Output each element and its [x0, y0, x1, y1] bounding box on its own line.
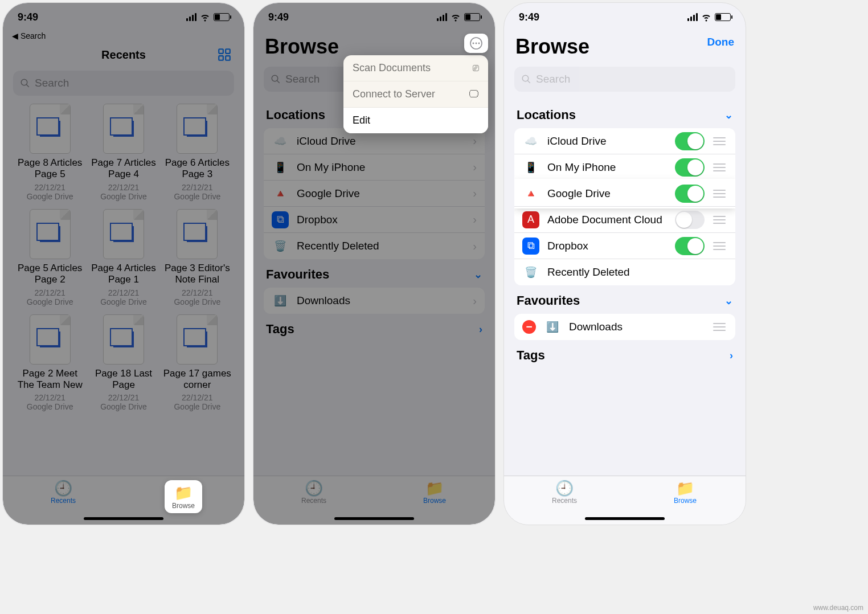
- location-dropbox[interactable]: ⧉Dropbox›: [264, 207, 485, 233]
- drag-handle-icon[interactable]: [711, 323, 727, 331]
- section-favourites[interactable]: Favourites⌄: [514, 285, 735, 314]
- file-item[interactable]: Page 4 Articles Page 122/12/21Google Dri…: [89, 209, 158, 306]
- file-item[interactable]: Page 8 Articles Page 522/12/21Google Dri…: [15, 104, 84, 201]
- drag-handle-icon[interactable]: [711, 163, 727, 171]
- drag-handle-icon[interactable]: [711, 190, 727, 198]
- menu-edit[interactable]: Edit: [343, 108, 488, 133]
- clock-icon: 🕘: [544, 481, 584, 496]
- svg-rect-3: [226, 56, 230, 60]
- file-item[interactable]: Page 18 Last Page22/12/21Google Drive: [89, 314, 158, 412]
- clock-icon: 🕘: [43, 481, 83, 496]
- folder-icon: 📁: [174, 484, 193, 502]
- svg-rect-1: [226, 49, 230, 54]
- toggle-adobe[interactable]: [675, 211, 705, 229]
- tab-browse[interactable]: 📁Browse: [415, 481, 455, 505]
- toggle-onmyiphone[interactable]: [675, 158, 705, 177]
- file-item[interactable]: Page 5 Articles Page 222/12/21Google Dri…: [15, 209, 84, 306]
- chevron-right-icon: ›: [479, 324, 482, 335]
- download-icon: ⬇️: [544, 318, 561, 335]
- wifi-icon: [451, 12, 461, 22]
- toggle-icloud[interactable]: [675, 132, 705, 150]
- svg-point-9: [473, 43, 474, 44]
- toggle-dropbox[interactable]: [675, 237, 705, 255]
- search-input[interactable]: Search: [13, 71, 234, 96]
- location-googledrive[interactable]: 🔺Google Drive›: [264, 181, 485, 207]
- file-item[interactable]: Page 3 Editor's Note Final22/12/21Google…: [163, 209, 232, 306]
- location-recentlydeleted[interactable]: 🗑️Recently Deleted›: [264, 233, 485, 259]
- screenshot-recents: 9:49 ◀︎ Search Recents Search Page 8 Art…: [2, 2, 245, 525]
- delete-button[interactable]: −: [522, 320, 536, 334]
- done-button[interactable]: Done: [707, 36, 735, 48]
- file-thumb-icon: [177, 314, 218, 365]
- file-thumb-icon: [30, 209, 71, 259]
- location-onmyiphone: 📱On My iPhone: [514, 154, 735, 181]
- chevron-right-icon: ›: [473, 134, 477, 148]
- icloud-icon: ☁️: [522, 133, 539, 150]
- section-favourites[interactable]: Favourites⌄: [264, 259, 485, 288]
- location-googledrive-highlight: 🔺Google Drive: [514, 181, 735, 207]
- tab-browse[interactable]: 📁Browse: [665, 481, 705, 505]
- svg-line-13: [527, 80, 530, 83]
- clock-icon: 🕘: [294, 481, 334, 496]
- location-dropbox: ⧉Dropbox: [514, 233, 735, 259]
- file-thumb-icon: [103, 209, 144, 259]
- svg-point-11: [478, 43, 480, 44]
- iphone-icon: 📱: [272, 159, 289, 176]
- chevron-right-icon: ›: [473, 187, 477, 200]
- tab-recents[interactable]: 🕘 Recents: [43, 481, 83, 505]
- cellular-icon: [186, 13, 196, 21]
- home-indicator[interactable]: [334, 517, 414, 520]
- svg-point-12: [522, 75, 529, 81]
- drag-handle-icon[interactable]: [711, 242, 727, 250]
- battery-icon: [214, 13, 230, 21]
- tab-recents[interactable]: 🕘Recents: [294, 481, 334, 505]
- battery-icon: [715, 13, 731, 21]
- battery-icon: [464, 13, 480, 21]
- tab-browse-highlight[interactable]: 📁 Browse: [165, 480, 202, 513]
- search-placeholder: Search: [536, 73, 570, 85]
- chevron-right-icon: ›: [473, 161, 477, 174]
- trash-icon: 🗑️: [272, 238, 289, 255]
- grid-view-icon[interactable]: [217, 47, 232, 65]
- search-input[interactable]: Search: [514, 67, 735, 92]
- svg-point-10: [476, 43, 477, 44]
- chevron-down-icon: ⌄: [724, 109, 733, 121]
- chevron-right-icon: ›: [473, 294, 477, 308]
- svg-rect-0: [219, 49, 223, 54]
- home-indicator[interactable]: [585, 517, 665, 520]
- search-icon: [20, 78, 30, 88]
- file-thumb-icon: [30, 104, 71, 154]
- folder-icon: 📁: [665, 481, 705, 496]
- file-thumb-icon: [177, 104, 218, 154]
- file-item[interactable]: Page 17 games corner22/12/21Google Drive: [163, 314, 232, 412]
- menu-connect-server[interactable]: Connect to Server🖵: [343, 81, 488, 108]
- status-time: 9:49: [18, 11, 38, 23]
- location-onmyiphone[interactable]: 📱On My iPhone›: [264, 154, 485, 181]
- location-adobe: AAdobe Document Cloud: [514, 207, 735, 233]
- context-menu: Scan Documents⎚ Connect to Server🖵 Edit: [343, 55, 488, 133]
- watermark: www.deuaq.com: [813, 604, 863, 612]
- home-indicator[interactable]: [84, 517, 163, 520]
- status-time: 9:49: [519, 11, 539, 23]
- file-item[interactable]: Page 7 Articles Page 422/12/21Google Dri…: [89, 104, 158, 201]
- file-thumb-icon: [103, 314, 144, 365]
- wifi-icon: [701, 12, 711, 22]
- file-item[interactable]: Page 6 Articles Page 322/12/21Google Dri…: [163, 104, 232, 201]
- dropbox-icon: ⧉: [272, 211, 289, 228]
- toggle-googledrive[interactable]: [675, 185, 705, 203]
- tab-recents[interactable]: 🕘Recents: [544, 481, 584, 505]
- favourite-downloads[interactable]: ⬇️Downloads›: [264, 288, 485, 314]
- section-tags[interactable]: Tags›: [264, 314, 485, 342]
- section-tags[interactable]: Tags›: [514, 340, 735, 369]
- svg-point-4: [21, 79, 27, 85]
- file-thumb-icon: [30, 314, 71, 365]
- back-search-link[interactable]: ◀︎ Search: [3, 31, 244, 44]
- icloud-icon: ☁️: [272, 133, 289, 150]
- drag-handle-icon[interactable]: [711, 216, 727, 224]
- more-button[interactable]: [464, 34, 488, 53]
- file-item[interactable]: Page 2 Meet The Team New22/12/21Google D…: [15, 314, 84, 412]
- menu-scan-documents[interactable]: Scan Documents⎚: [343, 55, 488, 81]
- drag-handle-icon[interactable]: [711, 137, 727, 145]
- status-time: 9:49: [268, 11, 289, 23]
- section-locations[interactable]: Locations⌄: [514, 100, 735, 128]
